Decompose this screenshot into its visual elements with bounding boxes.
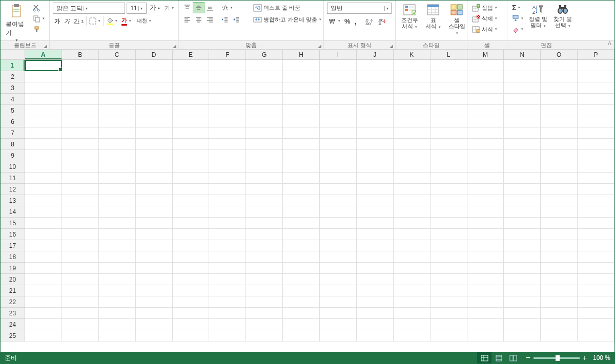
cell[interactable]	[394, 105, 430, 116]
cell[interactable]	[504, 296, 541, 308]
cell[interactable]	[173, 308, 210, 319]
cell[interactable]	[209, 173, 246, 184]
cell[interactable]	[320, 274, 357, 285]
cell[interactable]	[209, 218, 246, 229]
cell[interactable]	[62, 285, 99, 296]
cell[interactable]	[357, 263, 394, 274]
column-header[interactable]: E	[173, 50, 210, 59]
cell[interactable]	[541, 319, 578, 330]
cell[interactable]	[62, 150, 99, 161]
cell[interactable]	[209, 184, 246, 195]
cell[interactable]	[25, 240, 62, 251]
cell[interactable]	[246, 195, 283, 206]
cell[interactable]	[173, 139, 210, 150]
cell[interactable]	[209, 150, 246, 161]
cell[interactable]	[62, 274, 99, 285]
cell[interactable]	[430, 206, 467, 218]
cell[interactable]	[394, 173, 430, 184]
normal-view-button[interactable]	[477, 352, 491, 363]
cell[interactable]	[209, 229, 246, 240]
cell[interactable]	[246, 94, 283, 105]
cell[interactable]	[430, 127, 467, 139]
cell[interactable]	[430, 105, 467, 116]
cell[interactable]	[467, 285, 504, 296]
cell[interactable]	[99, 240, 136, 251]
cell[interactable]	[394, 251, 430, 263]
cell[interactable]	[357, 127, 394, 139]
cell[interactable]	[283, 296, 320, 308]
cell[interactable]	[62, 308, 99, 319]
cell[interactable]	[320, 308, 357, 319]
cell[interactable]	[62, 116, 99, 127]
italic-button[interactable]: 가	[63, 16, 71, 26]
cell[interactable]	[467, 229, 504, 240]
cell[interactable]	[394, 285, 430, 296]
cell[interactable]	[394, 116, 430, 127]
cell[interactable]	[209, 285, 246, 296]
cell[interactable]	[394, 161, 430, 173]
cell[interactable]	[430, 82, 467, 94]
cell[interactable]	[357, 251, 394, 263]
cell[interactable]	[173, 150, 210, 161]
comma-button[interactable]: ,	[353, 16, 358, 26]
cell[interactable]	[578, 330, 614, 341]
cell[interactable]	[320, 173, 357, 184]
cell[interactable]	[467, 127, 504, 139]
cell[interactable]	[541, 195, 578, 206]
cell[interactable]	[357, 308, 394, 319]
cell[interactable]	[430, 240, 467, 251]
cell[interactable]	[504, 263, 541, 274]
cell[interactable]	[246, 60, 283, 71]
cell[interactable]	[320, 60, 357, 71]
cell[interactable]	[209, 251, 246, 263]
cell[interactable]	[246, 285, 283, 296]
clear-button[interactable]: ▾	[510, 24, 525, 34]
cell[interactable]	[430, 308, 467, 319]
cell[interactable]	[283, 285, 320, 296]
cell[interactable]	[62, 127, 99, 139]
cell[interactable]	[173, 60, 210, 71]
cell[interactable]	[578, 229, 614, 240]
cell[interactable]	[430, 161, 467, 173]
cell[interactable]	[25, 60, 62, 71]
cell[interactable]	[99, 296, 136, 308]
cell[interactable]	[99, 116, 136, 127]
cell[interactable]	[394, 150, 430, 161]
cell[interactable]	[246, 218, 283, 229]
cell[interactable]	[467, 206, 504, 218]
cell[interactable]	[246, 296, 283, 308]
cell[interactable]	[99, 60, 136, 71]
cell[interactable]	[173, 330, 210, 341]
cell[interactable]	[246, 330, 283, 341]
cell[interactable]	[320, 319, 357, 330]
cell[interactable]	[283, 150, 320, 161]
cell[interactable]	[320, 71, 357, 82]
zoom-slider[interactable]	[534, 357, 580, 359]
cell[interactable]	[320, 229, 357, 240]
cell[interactable]	[357, 330, 394, 341]
cell[interactable]	[578, 161, 614, 173]
cell[interactable]	[246, 173, 283, 184]
cell[interactable]	[394, 139, 430, 150]
cell[interactable]	[283, 60, 320, 71]
cell-styles-button[interactable]: 셀스타일 ▾	[446, 3, 467, 40]
cell[interactable]	[283, 82, 320, 94]
align-center-button[interactable]	[193, 14, 204, 25]
cell[interactable]	[357, 116, 394, 127]
cell[interactable]	[136, 308, 173, 319]
row-header[interactable]: 22	[1, 296, 25, 308]
cell[interactable]	[320, 82, 357, 94]
dialog-launcher-icon[interactable]: ◢	[171, 42, 177, 48]
cell[interactable]	[578, 218, 614, 229]
cell[interactable]	[136, 139, 173, 150]
accounting-format-button[interactable]: ₩▾	[327, 16, 342, 26]
cell[interactable]	[541, 71, 578, 82]
cell[interactable]	[357, 195, 394, 206]
cell[interactable]	[467, 251, 504, 263]
cell[interactable]	[283, 206, 320, 218]
cell[interactable]	[173, 296, 210, 308]
cell[interactable]	[578, 308, 614, 319]
column-header[interactable]: O	[541, 50, 578, 59]
increase-indent-button[interactable]	[231, 14, 241, 25]
conditional-formatting-button[interactable]: 조건부서식 ▾	[399, 3, 420, 40]
